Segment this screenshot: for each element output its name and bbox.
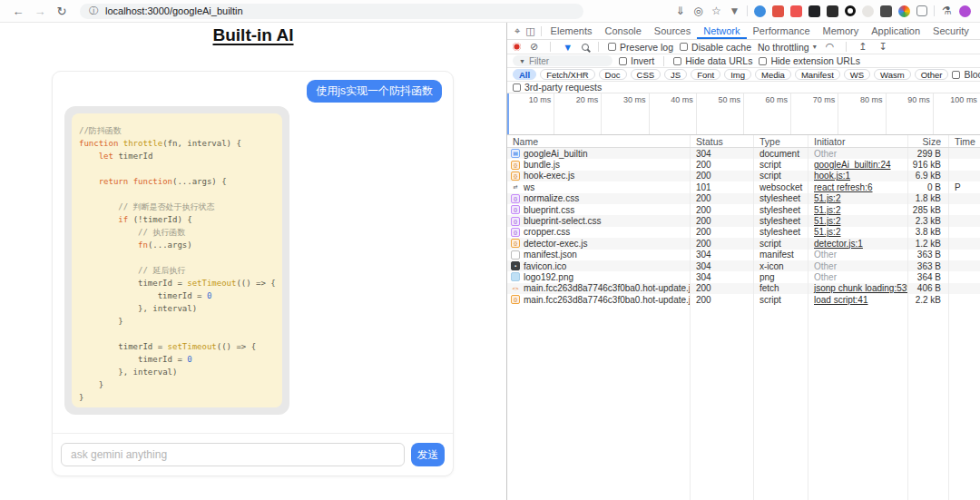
preserve-log-checkbox[interactable]: Preserve log [608,42,673,53]
extension-ring-icon[interactable] [845,5,856,16]
filter-input[interactable]: ▼ Filter [513,55,612,66]
devtools-tab-sources[interactable]: Sources [648,23,697,39]
type-filter-doc[interactable]: Doc [599,69,627,80]
disable-cache-checkbox[interactable]: Disable cache [680,42,751,53]
column-header-size[interactable]: Size [908,135,949,147]
table-row[interactable]: {}detector-exec.js200scriptdetector.js:1… [507,238,980,249]
table-row[interactable]: {}blueprint.css200stylesheet51.js:2285 k… [507,204,980,215]
extension-qr-icon[interactable] [808,5,820,17]
search-icon[interactable] [582,44,589,51]
code-token [79,355,138,364]
initiator-link[interactable]: 51.js:2 [814,193,840,203]
initiator-link[interactable]: jsonp chunk loading:539 [814,283,908,293]
table-row[interactable]: {}normalize.css200stylesheet51.js:21.8 k… [507,193,980,204]
extensions-puzzle-icon[interactable] [916,5,927,16]
initiator-link[interactable]: detector.js:1 [814,239,863,249]
extensions-caret-icon[interactable]: ▼ [729,5,740,17]
hide-data-urls-checkbox[interactable]: Hide data URLs [673,55,752,66]
profile-avatar[interactable] [959,5,971,17]
blocked-cookies-checkbox[interactable]: Blocked response cookies [952,69,980,80]
devtools-tab-memory[interactable]: Memory [817,23,866,39]
code-token [79,202,118,211]
extension-dark-icon[interactable] [880,5,892,17]
column-header-time[interactable]: Time [949,135,980,147]
third-party-checkbox[interactable]: 3rd-party requests [513,82,602,93]
reload-button[interactable]: ↻ [51,5,73,18]
initiator-link[interactable]: googleAi_builtin:24 [814,160,891,170]
table-row[interactable]: {}bundle.js200scriptgoogleAi_builtin:249… [507,159,980,170]
column-header-initiator[interactable]: Initiator [808,135,908,147]
filter-icon[interactable]: ▼ [560,42,575,53]
table-row[interactable]: ⇄ws101websocketreact refresh:60 BP [507,181,980,192]
export-har-icon[interactable]: ↧ [876,41,889,53]
bookmark-star-icon[interactable]: ☆ [710,5,722,17]
extension-pink-icon[interactable] [790,5,802,17]
type-filter-font[interactable]: Font [691,69,720,80]
type-filter-css[interactable]: CSS [631,69,662,80]
initiator-link[interactable]: react refresh:6 [814,182,872,192]
table-row[interactable]: {}hook-exec.js200scripthook.js:16.9 kB [507,171,980,181]
devtools-tab-lighthouse[interactable]: Lighthouse [975,23,980,39]
table-row[interactable]: ▤googleAi_builtin304documentOther299 B [507,148,980,159]
initiator-link[interactable]: 51.js:2 [814,227,840,237]
initiator-link[interactable]: load script:41 [814,295,867,305]
timeline-overview[interactable]: 10 ms20 ms30 ms40 ms50 ms60 ms70 ms80 ms… [507,93,980,135]
devtools-tab-console[interactable]: Console [598,23,647,39]
initiator-link[interactable]: 51.js:2 [814,205,840,215]
type-filter-fetchxhr[interactable]: Fetch/XHR [540,69,594,80]
filter-placeholder: Filter [529,56,549,66]
devtools-tab-application[interactable]: Application [865,23,926,39]
table-row[interactable]: ▪favicon.ico304x-iconOther363 B [507,260,980,271]
checkbox-box [759,57,767,65]
devtools-tab-performance[interactable]: Performance [747,23,817,39]
record-icon[interactable] [513,43,521,51]
column-header-type[interactable]: Type [754,135,808,147]
table-row[interactable]: <>main.fcc263d8a7746c3f0ba0.hot-update.j… [507,283,980,294]
extension-chrome-ai-icon[interactable] [898,5,910,17]
table-row[interactable]: logo192.png304pngOther364 B [507,271,980,282]
devtools-tab-elements[interactable]: Elements [544,23,599,39]
extension-pale-icon[interactable] [862,5,874,17]
invert-checkbox[interactable]: Invert [619,55,654,66]
inspect-element-icon[interactable]: ⌖ [512,25,523,37]
request-name-cell: logo192.png [507,271,691,282]
extension-globe-icon[interactable] [754,5,766,17]
devtools-tab-security[interactable]: Security [926,23,975,39]
type-filter-ws[interactable]: WS [844,69,870,80]
type-filter-js[interactable]: JS [664,69,687,80]
install-page-icon[interactable]: ⇓ [674,5,686,17]
type-cell: png [754,271,808,282]
status-cell: 200 [691,238,754,249]
throttling-select[interactable]: No throttling ▾ [758,42,817,53]
send-button[interactable]: 发送 [411,443,445,466]
import-har-icon[interactable]: ↥ [856,41,869,53]
type-filter-other[interactable]: Other [915,69,949,80]
column-header-status[interactable]: Status [691,135,754,147]
type-filter-wasm[interactable]: Wasm [874,69,911,80]
initiator-link[interactable]: 51.js:2 [814,216,840,226]
table-row[interactable]: {}cropper.css200stylesheet51.js:23.8 kB [507,227,980,238]
initiator-link[interactable]: hook.js:1 [814,171,850,181]
page-tools-icon[interactable]: ◎ [692,5,704,17]
labs-flask-icon[interactable]: ⚗ [941,5,953,17]
table-row[interactable]: {}blueprint-select.css200stylesheet51.js… [507,215,980,226]
extension-red-icon[interactable] [772,5,784,17]
chat-input[interactable] [61,443,405,466]
address-bar[interactable]: ⓘ localhost:3000/googleAi_builtin [80,4,583,19]
device-toolbar-icon[interactable]: ◫ [523,25,537,37]
devtools-tab-network[interactable]: Network [697,23,746,39]
hide-extension-urls-checkbox[interactable]: Hide extension URLs [759,55,860,66]
type-filter-media[interactable]: Media [755,69,791,80]
extension-diagonal-icon[interactable] [827,5,838,17]
type-filter-img[interactable]: Img [724,69,751,80]
table-row[interactable]: {}main.fcc263d8a7746c3f0ba0.hot-update.j… [507,294,980,305]
clear-icon[interactable]: ⊘ [527,41,541,53]
type-filter-manifest[interactable]: Manifest [795,69,840,80]
type-filter-all[interactable]: All [513,69,536,80]
site-info-icon[interactable]: ⓘ [89,5,98,17]
column-header-name[interactable]: Name [507,135,691,147]
forward-button[interactable]: → [29,5,51,18]
network-conditions-icon[interactable]: ◠ [823,41,838,53]
back-button[interactable]: ← [7,5,29,18]
table-row[interactable]: manifest.json304manifestOther363 B [507,250,980,260]
